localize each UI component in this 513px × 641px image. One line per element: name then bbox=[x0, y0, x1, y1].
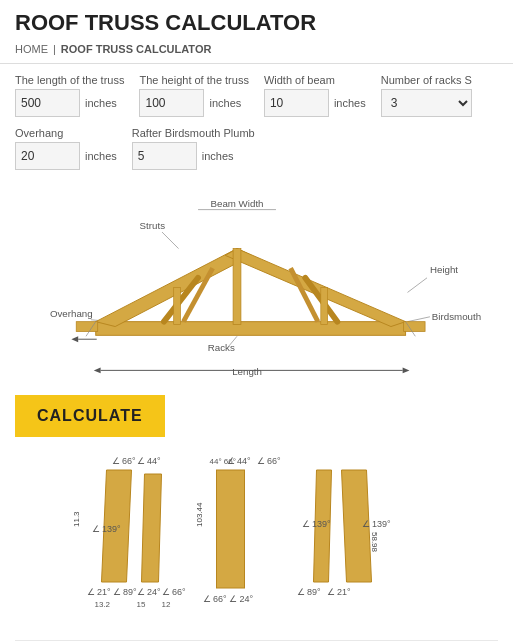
svg-rect-16 bbox=[96, 322, 406, 336]
svg-line-9 bbox=[408, 317, 430, 322]
svg-text:∠ 139°: ∠ 139° bbox=[302, 519, 332, 529]
unit-overhang: inches bbox=[85, 150, 117, 162]
svg-text:103.44: 103.44 bbox=[195, 502, 204, 527]
label-truss-height: The height of the truss bbox=[139, 74, 248, 86]
form-group-overhang: Overhang inches bbox=[15, 127, 117, 170]
svg-text:15: 15 bbox=[137, 600, 146, 609]
svg-text:12: 12 bbox=[162, 600, 171, 609]
unit-truss-length: inches bbox=[85, 97, 117, 109]
input-birdsmouth[interactable] bbox=[132, 142, 197, 170]
unit-beam-width: inches bbox=[334, 97, 366, 109]
label-beam-width: Width of beam bbox=[264, 74, 366, 86]
svg-text:13.2: 13.2 bbox=[95, 600, 111, 609]
form-group-racks: Number of racks S 1 2 3 4 5 bbox=[381, 74, 472, 117]
unit-birdsmouth: inches bbox=[202, 150, 234, 162]
label-racks: Number of racks S bbox=[381, 74, 472, 86]
input-overhang[interactable] bbox=[15, 142, 80, 170]
svg-text:Beam Width: Beam Width bbox=[210, 198, 263, 209]
calculate-section: CALCULATE bbox=[0, 390, 513, 447]
input-truss-height[interactable] bbox=[139, 89, 204, 117]
input-beam-width[interactable] bbox=[264, 89, 329, 117]
select-racks[interactable]: 1 2 3 4 5 bbox=[381, 89, 472, 117]
svg-text:44°  66°: 44° 66° bbox=[210, 457, 236, 466]
label-truss-length: The length of the truss bbox=[15, 74, 124, 86]
form-group-truss-length: The length of the truss inches bbox=[15, 74, 124, 117]
svg-text:∠ 89°: ∠ 89° bbox=[113, 587, 138, 597]
calculate-button[interactable]: CALCULATE bbox=[15, 395, 165, 437]
svg-rect-19 bbox=[233, 249, 241, 325]
svg-text:Length: Length bbox=[232, 366, 262, 377]
svg-text:Birdsmouth: Birdsmouth bbox=[432, 311, 481, 322]
svg-text:∠ 44°: ∠ 44° bbox=[137, 456, 162, 466]
unit-truss-height: inches bbox=[209, 97, 241, 109]
svg-text:∠ 24°: ∠ 24° bbox=[137, 587, 162, 597]
svg-line-5 bbox=[408, 278, 427, 293]
svg-text:58.98: 58.98 bbox=[370, 532, 379, 553]
svg-line-3 bbox=[162, 232, 179, 249]
svg-text:∠ 66°: ∠ 66° bbox=[257, 456, 282, 466]
form-group-truss-height: The height of the truss inches bbox=[139, 74, 248, 117]
svg-rect-24 bbox=[174, 288, 181, 325]
svg-text:Struts: Struts bbox=[140, 220, 166, 231]
svg-rect-47 bbox=[217, 470, 245, 588]
svg-text:∠ 139°: ∠ 139° bbox=[362, 519, 392, 529]
breadcrumb-home[interactable]: HOME bbox=[15, 43, 48, 55]
svg-text:∠ 89°: ∠ 89° bbox=[297, 587, 322, 597]
form-row-1: The length of the truss inches The heigh… bbox=[15, 74, 498, 117]
svg-text:∠ 139°: ∠ 139° bbox=[92, 524, 122, 534]
page-title: ROOF TRUSS CALCULATOR bbox=[15, 10, 498, 36]
form-row-2: Overhang inches Rafter Birdsmouth Plumb … bbox=[15, 127, 498, 170]
form-group-beam-width: Width of beam inches bbox=[264, 74, 366, 117]
breadcrumb-current: ROOF TRUSS CALCULATOR bbox=[61, 43, 212, 55]
svg-text:Overhang: Overhang bbox=[50, 308, 93, 319]
svg-rect-25 bbox=[321, 288, 328, 325]
form-group-birdsmouth: Rafter Birdsmouth Plumb inches bbox=[132, 127, 255, 170]
svg-marker-15 bbox=[403, 367, 410, 373]
svg-text:∠ 66°  ∠ 24°: ∠ 66° ∠ 24° bbox=[203, 594, 254, 604]
svg-marker-14 bbox=[94, 367, 101, 373]
svg-marker-39 bbox=[142, 474, 162, 582]
breadcrumb: HOME | ROOF TRUSS CALCULATOR bbox=[0, 41, 513, 64]
svg-marker-31 bbox=[71, 336, 78, 342]
input-form: The length of the truss inches The heigh… bbox=[0, 64, 513, 190]
label-overhang: Overhang bbox=[15, 127, 117, 139]
svg-text:∠ 66°: ∠ 66° bbox=[162, 587, 187, 597]
svg-text:∠ 21°: ∠ 21° bbox=[327, 587, 352, 597]
truss-diagram: Beam Width Struts Height Overhang Birdsm… bbox=[0, 190, 513, 390]
svg-text:∠ 66°: ∠ 66° bbox=[112, 456, 137, 466]
label-birdsmouth: Rafter Birdsmouth Plumb bbox=[132, 127, 255, 139]
svg-text:∠ 21°: ∠ 21° bbox=[87, 587, 112, 597]
input-truss-length[interactable] bbox=[15, 89, 80, 117]
pieces-diagram: ∠ 66° ∠ 44° ∠ 44° ∠ 66° ∠ 139° 11.3 ∠ 21… bbox=[0, 447, 513, 640]
breadcrumb-separator: | bbox=[53, 43, 56, 55]
svg-text:11.3: 11.3 bbox=[72, 511, 81, 527]
svg-text:Height: Height bbox=[430, 264, 458, 275]
